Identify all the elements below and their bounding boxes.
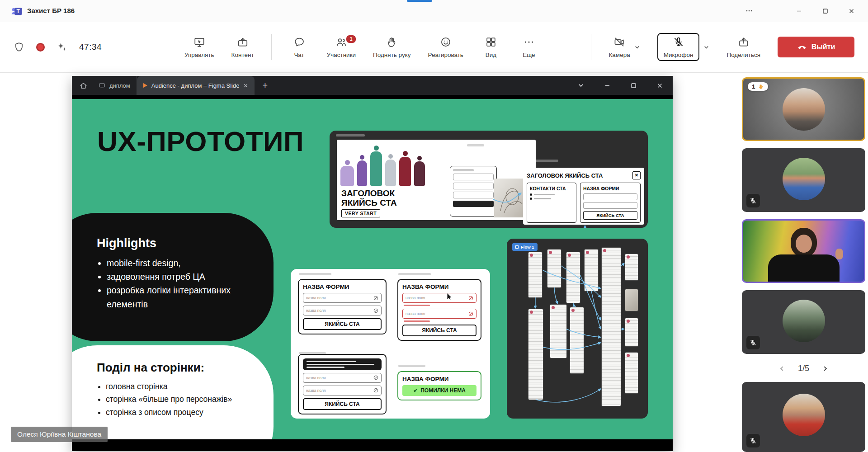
wireframe-panel-top: ЗАГОЛОВОК ЯКИЙСЬ СТА VERY START ЗАГОЛОВО… — [330, 131, 648, 228]
mic-chevron-icon[interactable] — [703, 44, 709, 50]
list-item: розробка логіки інтерактивних елементів — [107, 283, 248, 311]
no-entry-icon — [373, 308, 378, 313]
browser-close-button[interactable] — [646, 76, 673, 95]
pagination-label: 1/5 — [798, 364, 809, 373]
modal-title: ЗАГОЛОВОК ЯКИЙСЬ СТА — [527, 172, 603, 179]
participant-tile[interactable] — [742, 382, 865, 452]
share-tray-icon — [738, 36, 750, 48]
meeting-timer: 47:34 — [79, 42, 102, 52]
teams-logo: T — [11, 5, 23, 17]
chevron-left-icon[interactable] — [778, 365, 785, 372]
titlebar-more-button[interactable] — [739, 0, 760, 22]
raise-hand-button[interactable]: Поднять руку — [373, 36, 410, 58]
chat-button[interactable]: Чат — [289, 36, 310, 58]
active-speaker-tile[interactable] — [742, 219, 865, 283]
browser-chevron-button[interactable] — [568, 76, 594, 95]
participant-avatar — [783, 158, 825, 200]
flow-panel: Flow 1 — [507, 239, 648, 419]
shared-screen: диплом Audience - диплом – Figma Slide + — [72, 76, 673, 451]
no-entry-icon — [373, 388, 378, 393]
meeting-toolbar: 47:34 Управлять Контент Чат 1 Участники — [0, 22, 868, 73]
chevron-right-icon[interactable] — [822, 365, 829, 372]
browser-maximize-button[interactable] — [620, 76, 646, 95]
close-button[interactable] — [838, 0, 864, 22]
no-entry-icon — [373, 375, 378, 380]
content-share-icon — [237, 36, 249, 48]
react-button[interactable]: Реагировать — [428, 36, 463, 58]
browser-tab-figma-slide[interactable]: Audience - диплом – Figma Slide — [137, 76, 255, 95]
participant-tile[interactable] — [742, 148, 865, 212]
error-hint-line — [404, 305, 430, 306]
hangup-icon — [797, 42, 807, 52]
window-title: Захист БР 186 — [27, 0, 75, 22]
mic-off-icon — [750, 339, 757, 346]
content-button[interactable]: Контент — [231, 36, 254, 58]
participant-tile-raised-hand[interactable]: 1 — [742, 77, 865, 141]
form-default: НАЗВА ФОРМИ назва поля назва поля ЯКИЙСЬ… — [298, 279, 387, 334]
speaker-hand — [835, 249, 843, 259]
close-icon: ✕ — [632, 171, 641, 179]
modal-wireframe: ЗАГОЛОВОК ЯКИЙСЬ СТА ✕ КОНТАКТИ СТА НАЗВ… — [523, 168, 644, 225]
pages-block: Поділ на сторінки: головна сторінка стор… — [72, 345, 274, 439]
mic-muted-badge — [746, 434, 760, 447]
toolbar-separator — [271, 34, 272, 60]
pages-list: головна сторінка сторінка «більше про пе… — [97, 380, 255, 419]
shield-icon[interactable] — [14, 42, 24, 52]
form-box: НАЗВА ФОРМИ ЯКИЙСЬ СТА — [580, 183, 641, 223]
highlights-heading: Highlights — [97, 236, 257, 250]
share-button[interactable]: Поделиться — [726, 36, 760, 58]
browser-tab-diplom[interactable]: диплом — [92, 76, 137, 95]
browser-minimize-button[interactable] — [594, 76, 620, 95]
raised-hand-badge: 1 — [748, 82, 768, 91]
participants-button[interactable]: 1 Участники — [327, 36, 356, 58]
new-tab-button[interactable]: + — [258, 79, 272, 92]
highlights-block: Highlights mobile-first design, задоволе… — [72, 213, 274, 341]
manage-button[interactable]: Управлять — [184, 36, 214, 58]
minimize-button[interactable] — [786, 0, 812, 22]
leave-button[interactable]: Выйти — [778, 37, 854, 57]
presenter-name-tag: Олеся Юріївна Кіштанова — [11, 427, 108, 442]
mic-button[interactable]: Микрофон — [657, 33, 700, 61]
tab-close-icon[interactable] — [243, 83, 248, 88]
flow-badge: Flow 1 — [512, 243, 538, 251]
camera-button[interactable]: Камера — [609, 36, 630, 58]
mic-off-icon — [750, 197, 757, 204]
more-button[interactable]: Еще — [519, 36, 539, 58]
view-button[interactable]: Вид — [481, 36, 501, 58]
form-success: НАЗВА ФОРМИ ✔ ПОМИЛКИ НЕМА — [397, 371, 481, 400]
no-errors-row: ✔ ПОМИЛКИ НЕМА — [402, 385, 476, 396]
mic-off-icon — [673, 36, 684, 48]
sparkle-icon[interactable] — [57, 42, 67, 52]
list-item: сторінка «більше про персонажів» — [106, 393, 255, 405]
highlights-list: mobile-first design, задоволення потреб … — [97, 256, 248, 311]
tiny-label — [467, 144, 484, 146]
mini-form-wireframe — [450, 166, 497, 217]
no-entry-icon — [373, 296, 378, 301]
play-icon — [143, 83, 147, 88]
participant-tile[interactable] — [742, 290, 865, 354]
speaker-body — [768, 254, 840, 282]
hand-icon — [758, 84, 764, 90]
top-accent-bar — [407, 0, 432, 2]
more-dots-icon — [523, 36, 535, 48]
tiny-label — [398, 365, 425, 367]
browser-tabstrip: диплом Audience - диплом – Figma Slide + — [72, 76, 673, 95]
toolbar-separator — [591, 34, 591, 60]
mouse-cursor — [447, 292, 454, 301]
manage-icon — [193, 36, 205, 48]
camera-chevron-icon[interactable] — [634, 44, 640, 50]
forms-panel: НАЗВА ФОРМИ назва поля назва поля ЯКИЙСЬ… — [291, 269, 490, 419]
cast-icon — [99, 82, 105, 89]
check-icon: ✔ — [413, 387, 418, 394]
view-grid-icon — [485, 36, 497, 48]
hero-wireframe: ЗАГОЛОВОК ЯКИЙСЬ СТА VERY START — [337, 140, 536, 220]
flow-connectors — [507, 239, 648, 419]
wireframe-headline: ЗАГОЛОВОК ЯКИЙСЬ СТА — [341, 188, 423, 208]
home-icon[interactable] — [79, 81, 88, 90]
participant-avatar — [783, 88, 825, 131]
teams-meeting-window: T Захист БР 186 47:34 — [0, 0, 868, 452]
camera-off-icon — [613, 36, 625, 48]
maximize-button[interactable] — [812, 0, 838, 22]
recording-indicator — [36, 43, 45, 52]
presentation-slide: UX-ПРОТОТИП Highlights mobile-first desi… — [72, 99, 673, 439]
